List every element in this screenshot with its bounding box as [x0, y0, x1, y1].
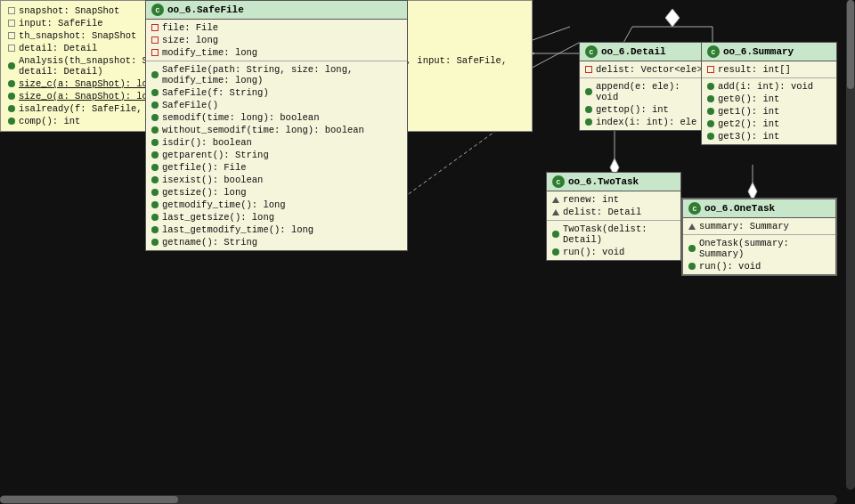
- method-index: index(i: int): ele: [580, 116, 712, 128]
- method-getname: getname(): String: [146, 236, 407, 248]
- public-icon: [151, 214, 159, 221]
- method-gettop: gettop(): int: [580, 103, 712, 116]
- twotask-header: C oo_6.TwoTask: [547, 173, 680, 191]
- detail-class: C oo_6.Detail delist: Vector<ele> append…: [579, 42, 712, 131]
- method-get2: get2(): int: [702, 118, 836, 130]
- method-last-getsize: last_getsize(): long: [146, 211, 407, 224]
- detail-methods: append(e: ele): void gettop(): int index…: [580, 78, 712, 130]
- method-getmodify: getmodify_time(): long: [146, 199, 407, 211]
- public-icon: [151, 71, 159, 78]
- method-onetask-constructor: OneTask(summary: Summary): [683, 237, 835, 260]
- summary-fields: result: int[]: [702, 61, 836, 78]
- public-icon: [151, 89, 159, 96]
- method-isexist: isexist(): boolean: [146, 174, 407, 186]
- method-last-getmodify: last_getmodify_time(): long: [146, 224, 407, 236]
- public-icon: [151, 151, 159, 159]
- field-result: result: int[]: [702, 63, 836, 76]
- svg-marker-12: [665, 9, 680, 27]
- method-get3: get3(): int: [702, 130, 836, 142]
- public-icon: [151, 126, 159, 134]
- field-modify-time: modify_time: long: [146, 46, 407, 59]
- protected-icon: [552, 197, 559, 203]
- field-icon: [8, 20, 15, 27]
- private-icon: [585, 66, 592, 73]
- field-file: file: File: [146, 21, 407, 34]
- public-icon: [151, 139, 159, 146]
- method-twotask-constructor: TwoTask(delist: Detail): [547, 223, 680, 246]
- method-append: append(e: ele): void: [580, 80, 712, 103]
- field-size: size: long: [146, 34, 407, 46]
- public-icon: [552, 248, 559, 256]
- uml-canvas: snapshot: SnapShot input: SafeFile th_sn…: [0, 0, 855, 504]
- public-icon: [151, 226, 159, 233]
- svg-line-10: [623, 27, 632, 43]
- twotask-class: C oo_6.TwoTask renew: int delist: Detail…: [546, 172, 681, 261]
- method-without-semodif: without_semodif(time: long): boolean: [146, 124, 407, 136]
- method-safefile-3: SafeFile(): [146, 99, 407, 111]
- onetask-header: C oo_6.OneTask: [683, 199, 835, 218]
- public-icon: [151, 189, 159, 196]
- field-delist-tt: delist: Detail: [547, 206, 680, 218]
- method-get0: get0(): int: [702, 93, 836, 105]
- public-icon: [8, 62, 15, 69]
- class-c-icon: C: [552, 175, 565, 188]
- field-renew: renew: int: [547, 193, 680, 206]
- public-icon: [151, 239, 159, 246]
- protected-icon: [552, 209, 559, 215]
- public-icon: [151, 201, 159, 208]
- vertical-scrollbar-thumb[interactable]: [847, 0, 854, 89]
- private-icon: [707, 66, 714, 73]
- public-icon: [151, 102, 159, 109]
- method-safefile-1: SafeFile(path: String, size: long, modif…: [146, 63, 407, 86]
- public-icon: [585, 88, 592, 95]
- public-icon: [707, 120, 714, 127]
- summary-methods: add(i: int): void get0(): int get1(): in…: [702, 78, 836, 144]
- method-getfile: getfile(): File: [146, 161, 407, 174]
- method-add: add(i: int): void: [702, 80, 836, 93]
- summary-header: C oo_6.Summary: [702, 43, 836, 61]
- field-icon: [8, 7, 15, 14]
- public-icon: [151, 176, 159, 183]
- onetask-class: C oo_6.OneTask summary: Summary OneTask(…: [681, 198, 837, 276]
- class-c-icon: C: [688, 202, 701, 215]
- field-summary: summary: Summary: [683, 220, 835, 232]
- private-icon: [151, 37, 159, 44]
- detail-header: C oo_6.Detail: [580, 43, 712, 61]
- public-icon: [707, 133, 714, 140]
- safefile-class: C oo_6.SafeFile file: File size: long mo…: [145, 0, 408, 251]
- horizontal-scrollbar-thumb[interactable]: [0, 496, 178, 503]
- summary-class: C oo_6.Summary result: int[] add(i: int)…: [701, 42, 837, 145]
- method-isdir: isdir(): boolean: [146, 136, 407, 149]
- public-icon: [707, 95, 714, 102]
- twotask-methods: TwoTask(delist: Detail) run(): void: [547, 221, 680, 260]
- method-semodif: semodif(time: long): boolean: [146, 111, 407, 124]
- method-twotask-run: run(): void: [547, 246, 680, 258]
- horizontal-scrollbar[interactable]: [0, 495, 837, 504]
- method-onetask-run: run(): void: [683, 260, 835, 272]
- method-get1: get1(): int: [702, 105, 836, 118]
- public-icon: [585, 118, 592, 126]
- vertical-scrollbar[interactable]: [846, 0, 855, 490]
- field-delist: delist: Vector<ele>: [580, 63, 712, 76]
- method-safefile-2: SafeFile(f: String): [146, 86, 407, 99]
- public-icon: [552, 231, 559, 238]
- method-getparent: getparent(): String: [146, 149, 407, 161]
- private-icon: [151, 24, 159, 31]
- public-icon: [151, 164, 159, 171]
- public-icon: [8, 80, 15, 87]
- onetask-fields: summary: Summary: [683, 218, 835, 235]
- public-icon: [688, 263, 696, 270]
- class-c-icon: C: [151, 4, 164, 16]
- public-icon: [688, 245, 696, 252]
- public-icon: [585, 106, 592, 113]
- svg-line-14: [525, 43, 579, 71]
- public-icon: [151, 114, 159, 121]
- safefile-header: C oo_6.SafeFile: [146, 1, 407, 20]
- protected-icon: [688, 224, 696, 230]
- public-icon: [8, 105, 15, 112]
- safefile-methods: SafeFile(path: String, size: long, modif…: [146, 61, 407, 250]
- detail-fields: delist: Vector<ele>: [580, 61, 712, 78]
- onetask-methods: OneTask(summary: Summary) run(): void: [683, 235, 835, 274]
- public-icon: [707, 83, 714, 90]
- public-icon: [707, 108, 714, 115]
